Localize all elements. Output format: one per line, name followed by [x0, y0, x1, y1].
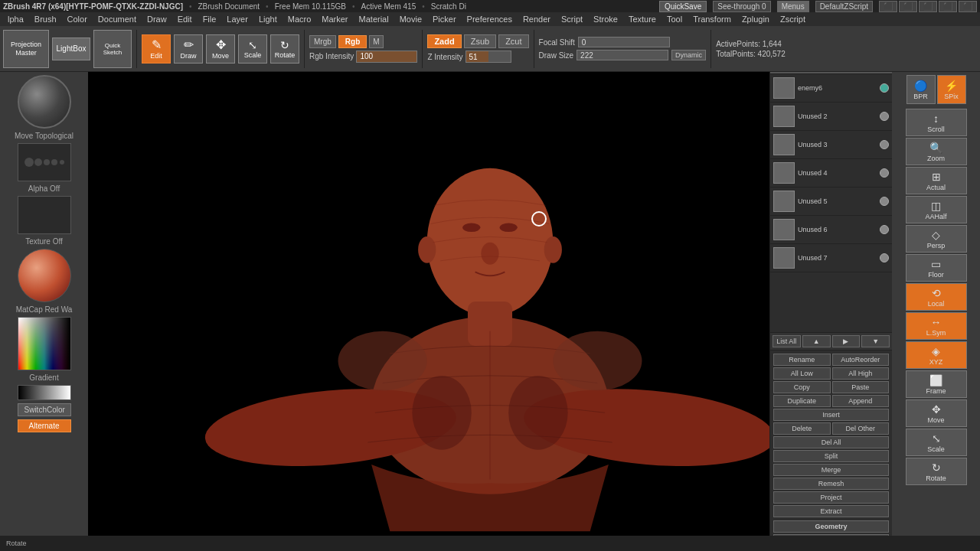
menu-render[interactable]: Render: [518, 13, 555, 25]
spix-button[interactable]: ⚡ SPix: [937, 75, 966, 104]
all-low-button[interactable]: All Low: [773, 367, 831, 380]
menu-brush[interactable]: Brush: [30, 13, 61, 25]
move-button[interactable]: ✥ Move: [206, 34, 235, 64]
menu-picker[interactable]: Picker: [428, 13, 461, 25]
subtool-eye-8[interactable]: [880, 253, 889, 262]
delete-button[interactable]: Delete: [773, 422, 831, 435]
see-through-button[interactable]: See-through 0: [713, 1, 770, 12]
scale-sidebar-button[interactable]: ⤡ Scale: [906, 429, 967, 456]
menus-button[interactable]: Menus: [777, 1, 809, 12]
duplicate-button[interactable]: Duplicate: [773, 395, 831, 407]
nav-up-button[interactable]: ▲: [802, 335, 831, 347]
menu-light[interactable]: Light: [254, 13, 282, 25]
split-button[interactable]: Split: [773, 450, 889, 462]
zoom-button[interactable]: 🔍 Zoom: [906, 138, 967, 165]
icon-btn-4[interactable]: ⬛: [939, 1, 957, 12]
subtool-item-3[interactable]: Unused 2: [770, 103, 892, 131]
icon-btn-1[interactable]: ⬛: [879, 1, 897, 12]
floor-button[interactable]: ▭ Floor: [906, 254, 967, 282]
menu-transform[interactable]: Transform: [688, 13, 736, 25]
quicksave-button[interactable]: QuickSave: [659, 1, 707, 12]
auto-reorder-button[interactable]: AutoReorder: [832, 354, 890, 366]
subtool-eye-7[interactable]: [880, 225, 889, 234]
zadd-button[interactable]: Zadd: [427, 34, 461, 48]
merge-button[interactable]: Merge: [773, 464, 889, 476]
z-intensity-slider[interactable]: 51: [466, 51, 511, 63]
rotate-sidebar-button[interactable]: ↻ Rotate: [906, 458, 967, 485]
dynamic-button[interactable]: Dynamic: [671, 50, 706, 60]
menu-color[interactable]: Color: [63, 13, 92, 25]
subtool-item-5[interactable]: Unused 4: [770, 159, 892, 187]
rotate-button[interactable]: ↻ Rotate: [270, 34, 299, 64]
frame-button[interactable]: ⬜ Frame: [906, 370, 967, 398]
rgb-intensity-slider[interactable]: 100: [356, 51, 417, 63]
insert-button[interactable]: Insert: [773, 409, 889, 421]
focal-shift-slider[interactable]: 0: [578, 37, 670, 47]
subtool-item-4[interactable]: Unused 3: [770, 131, 892, 159]
remesh-button[interactable]: Remesh: [773, 478, 889, 490]
zcut-button[interactable]: Zcut: [498, 34, 528, 48]
rgb-button[interactable]: Rgb: [338, 35, 367, 48]
menu-texture[interactable]: Texture: [624, 13, 661, 25]
alternate-button[interactable]: Alternate: [18, 419, 71, 432]
m-button[interactable]: M: [369, 35, 383, 48]
menu-alpha[interactable]: lpha: [3, 13, 28, 25]
subtool-eye-4[interactable]: [880, 140, 889, 149]
bpr-button[interactable]: 🔵 BPR: [906, 75, 936, 104]
menu-zscript[interactable]: Zscript: [776, 13, 810, 25]
project-button[interactable]: Project: [773, 491, 889, 504]
copy-button[interactable]: Copy: [773, 381, 831, 393]
brush-preview[interactable]: [18, 75, 71, 129]
default-zscript-button[interactable]: DefaultZScript: [815, 1, 873, 12]
menu-file[interactable]: File: [198, 13, 221, 25]
projection-master-button[interactable]: Projection Master: [3, 30, 49, 68]
color-picker[interactable]: [18, 317, 71, 370]
del-all-button[interactable]: Del All: [773, 436, 889, 448]
rename-button[interactable]: Rename: [773, 354, 831, 366]
actual-button[interactable]: ⊞ Actual: [906, 167, 967, 194]
icon-btn-5[interactable]: ⬛: [959, 1, 977, 12]
menu-material[interactable]: Material: [354, 13, 394, 25]
menu-movie[interactable]: Movie: [395, 13, 426, 25]
scale-button[interactable]: ⤡ Scale: [238, 34, 267, 64]
local-button[interactable]: ⟲ Local: [906, 283, 967, 311]
menu-edit[interactable]: Edit: [173, 13, 197, 25]
menu-draw[interactable]: Draw: [142, 13, 172, 25]
paste-button[interactable]: Paste: [832, 381, 890, 393]
stroke-preview[interactable]: [18, 143, 71, 181]
matcap-ball[interactable]: [18, 249, 71, 302]
list-all-button[interactable]: List All: [773, 335, 801, 347]
menu-macro[interactable]: Macro: [283, 13, 316, 25]
xyz-button[interactable]: ◈ XYZ: [906, 341, 967, 369]
scroll-button[interactable]: ↕ Scroll: [906, 109, 967, 136]
subtool-item-7[interactable]: Unused 6: [770, 216, 892, 244]
append-button[interactable]: Append: [832, 395, 890, 407]
zsub-button[interactable]: Zsub: [464, 34, 496, 48]
del-other-button[interactable]: Del Other: [832, 422, 890, 435]
nav-right-button[interactable]: ▶: [832, 335, 861, 347]
subtool-eye-2[interactable]: [880, 83, 889, 93]
subtool-eye-6[interactable]: [880, 197, 889, 206]
subtool-item-8[interactable]: Unused 7: [770, 244, 892, 272]
menu-layer[interactable]: Layer: [222, 13, 253, 25]
menu-stroke[interactable]: Stroke: [589, 13, 622, 25]
menu-zplugin[interactable]: Zplugin: [737, 13, 774, 25]
mrgb-button[interactable]: Mrgb: [309, 35, 336, 48]
switch-color-button[interactable]: SwitchColor: [18, 403, 71, 416]
draw-button[interactable]: ✏ Draw: [174, 34, 203, 64]
move-sidebar-button[interactable]: ✥ Move: [906, 399, 967, 427]
edit-button[interactable]: ✎ Edit: [142, 34, 171, 64]
all-high-button[interactable]: All High: [832, 367, 890, 380]
menu-preferences[interactable]: Preferences: [462, 13, 517, 25]
lightbox-button[interactable]: LightBox: [52, 37, 90, 60]
lsym-button[interactable]: ↔ L.Sym: [906, 312, 967, 340]
subtool-item-2[interactable]: enemy6: [770, 74, 892, 103]
menu-script[interactable]: Script: [557, 13, 587, 25]
texture-box[interactable]: [18, 196, 71, 234]
persp-button[interactable]: ◇ Persp: [906, 225, 967, 253]
subtool-item-6[interactable]: Unused 5: [770, 187, 892, 216]
aahalf-button[interactable]: ◫ AAHalf: [906, 196, 967, 223]
draw-size-slider[interactable]: 222: [577, 50, 668, 60]
extract-button[interactable]: Extract: [773, 505, 889, 517]
subtool-eye-3[interactable]: [880, 112, 889, 121]
